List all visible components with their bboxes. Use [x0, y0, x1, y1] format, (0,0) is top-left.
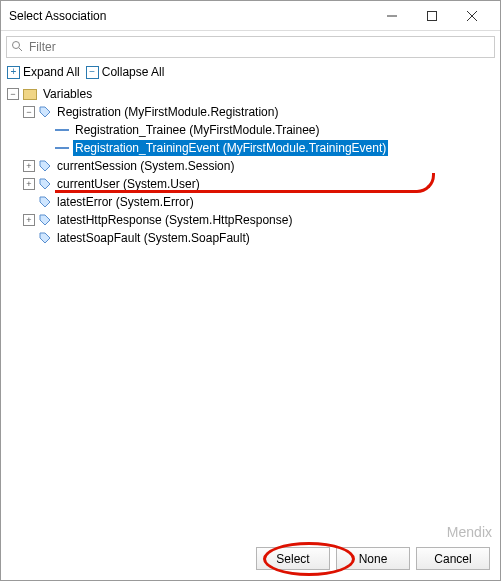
select-label: Select [276, 552, 309, 566]
node-label: Variables [41, 86, 94, 102]
watermark: Mendix [447, 524, 492, 540]
toolbar: + Expand All − Collapse All [1, 63, 500, 85]
tree-node-current-session[interactable]: + currentSession (System.Session) [7, 157, 494, 175]
entity-icon [39, 232, 51, 244]
title-bar: Select Association [1, 1, 500, 31]
svg-marker-8 [40, 179, 50, 189]
search-box[interactable] [6, 36, 495, 58]
svg-line-5 [19, 48, 22, 51]
tree-node-reg-trainee[interactable]: Registration_Trainee (MyFirstModule.Trai… [7, 121, 494, 139]
none-label: None [359, 552, 388, 566]
entity-icon [39, 160, 51, 172]
search-row [1, 31, 500, 63]
tree-node-registration[interactable]: − Registration (MyFirstModule.Registrati… [7, 103, 494, 121]
toggle-expand-icon[interactable]: + [23, 214, 35, 226]
collapse-all-button[interactable]: − Collapse All [86, 65, 165, 79]
maximize-button[interactable] [412, 2, 452, 30]
close-button[interactable] [452, 2, 492, 30]
button-row: Select None Cancel [256, 547, 490, 570]
entity-icon [39, 178, 51, 190]
association-icon [55, 144, 69, 152]
cancel-label: Cancel [434, 552, 471, 566]
entity-icon [39, 106, 51, 118]
expand-all-button[interactable]: + Expand All [7, 65, 80, 79]
node-label: latestError (System.Error) [55, 194, 196, 210]
svg-marker-9 [40, 197, 50, 207]
tree-view[interactable]: − Variables − Registration (MyFirstModul… [1, 85, 500, 515]
node-label: latestHttpResponse (System.HttpResponse) [55, 212, 294, 228]
tree-node-reg-training-event[interactable]: Registration_TrainingEvent (MyFirstModul… [7, 139, 494, 157]
entity-icon [39, 196, 51, 208]
svg-marker-7 [40, 161, 50, 171]
svg-point-4 [13, 41, 20, 48]
select-button[interactable]: Select [256, 547, 330, 570]
toggle-expand-icon[interactable]: + [23, 160, 35, 172]
folder-icon [23, 89, 37, 100]
svg-marker-10 [40, 215, 50, 225]
cancel-button[interactable]: Cancel [416, 547, 490, 570]
collapse-icon: − [86, 66, 99, 79]
minimize-icon [387, 11, 397, 21]
node-label: Registration_Trainee (MyFirstModule.Trai… [73, 122, 322, 138]
node-label: latestSoapFault (System.SoapFault) [55, 230, 252, 246]
svg-marker-6 [40, 107, 50, 117]
node-label: Registration_TrainingEvent (MyFirstModul… [73, 140, 388, 156]
expand-icon: + [7, 66, 20, 79]
tree-node-latest-http[interactable]: + latestHttpResponse (System.HttpRespons… [7, 211, 494, 229]
minimize-button[interactable] [372, 2, 412, 30]
toggle-collapse-icon[interactable]: − [23, 106, 35, 118]
collapse-all-label: Collapse All [102, 65, 165, 79]
filter-input[interactable] [27, 39, 490, 55]
node-label: currentUser (System.User) [55, 176, 202, 192]
maximize-icon [427, 11, 437, 21]
tree-node-variables[interactable]: − Variables [7, 85, 494, 103]
tree-node-current-user[interactable]: + currentUser (System.User) [7, 175, 494, 193]
search-icon [11, 40, 23, 55]
tree-node-latest-soap[interactable]: latestSoapFault (System.SoapFault) [7, 229, 494, 247]
svg-rect-1 [428, 11, 437, 20]
node-label: Registration (MyFirstModule.Registration… [55, 104, 280, 120]
none-button[interactable]: None [336, 547, 410, 570]
expand-all-label: Expand All [23, 65, 80, 79]
toggle-collapse-icon[interactable]: − [7, 88, 19, 100]
entity-icon [39, 214, 51, 226]
svg-marker-11 [40, 233, 50, 243]
window-title: Select Association [9, 9, 372, 23]
toggle-expand-icon[interactable]: + [23, 178, 35, 190]
association-icon [55, 126, 69, 134]
tree-node-latest-error[interactable]: latestError (System.Error) [7, 193, 494, 211]
node-label: currentSession (System.Session) [55, 158, 236, 174]
close-icon [467, 11, 477, 21]
